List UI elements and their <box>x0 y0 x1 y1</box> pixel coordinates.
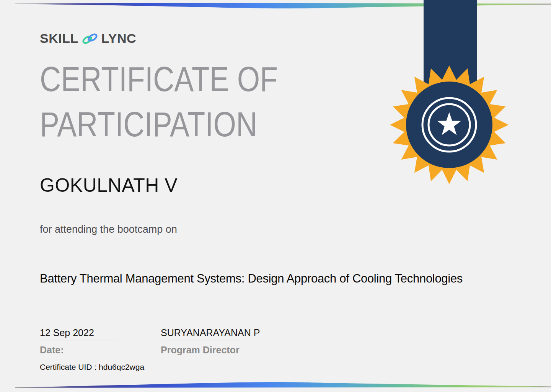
title-line-2: PARTICIPATION <box>40 102 278 147</box>
date-label: Date: <box>40 345 119 356</box>
chain-link-icon <box>81 32 99 45</box>
certificate-title: CERTIFICATE OF PARTICIPATION <box>40 57 320 147</box>
recipient-name: GOKULNATH V <box>40 174 178 196</box>
signer-block: SURYANARAYANAN P Program Director <box>161 327 260 356</box>
date-underline <box>40 340 119 340</box>
brand-logo: SKILL LYNC <box>40 30 136 47</box>
brand-word-lync: LYNC <box>101 30 136 47</box>
course-title: Battery Thermal Management Systems: Desi… <box>40 272 463 286</box>
title-line-1: CERTIFICATE OF <box>40 57 278 102</box>
signer-underline <box>161 340 240 340</box>
date-value: 12 Sep 2022 <box>40 327 119 338</box>
date-block: 12 Sep 2022 Date: <box>40 327 119 356</box>
signer-title: Program Director <box>161 345 260 356</box>
certificate-uid: Certificate UID : hdu6qc2wga <box>40 363 144 372</box>
bottom-border-decoration <box>0 379 551 392</box>
brand-word-skill: SKILL <box>40 30 78 47</box>
certificate-background: SKILL LYNC CERTIFICATE OF PARTICIPATION … <box>0 0 551 392</box>
signer-name: SURYANARAYANAN P <box>161 327 260 338</box>
medal-badge <box>384 0 514 191</box>
subtitle: for attending the bootcamp on <box>40 224 177 235</box>
